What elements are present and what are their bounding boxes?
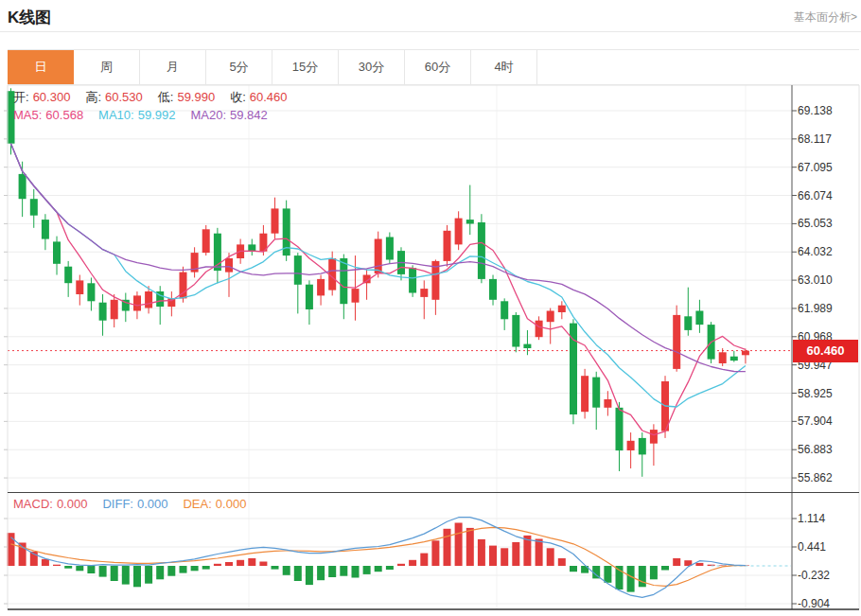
- candle-body: [272, 208, 279, 233]
- candle-body: [202, 229, 210, 253]
- period-tab-60分[interactable]: 60分: [405, 50, 471, 84]
- candle-body: [99, 303, 107, 321]
- candle-body: [627, 441, 635, 450]
- readout-value: 0.000: [137, 497, 168, 511]
- candle-body: [42, 220, 49, 239]
- price-axis-label: 57.904: [798, 414, 833, 428]
- price-axis-label: 66.074: [798, 189, 833, 202]
- candle-body: [478, 222, 485, 279]
- candle-body: [547, 311, 554, 323]
- dea-line: [11, 527, 746, 586]
- readout-label: 收:: [230, 90, 246, 104]
- candle-body: [317, 279, 325, 296]
- current-price-tag: 60.460: [793, 340, 858, 362]
- price-axis-label: 56.883: [798, 443, 833, 456]
- readout-value: 0.000: [216, 497, 247, 511]
- candle-body: [523, 344, 531, 348]
- candle-body: [684, 316, 692, 330]
- candle-body: [87, 283, 95, 301]
- candle-body: [328, 258, 336, 290]
- macd-bar: [294, 566, 302, 581]
- candle-body: [30, 199, 38, 216]
- macd-bar: [53, 565, 61, 566]
- macd-readout: MACD:0.000DIFF:0.000DEA:0.000: [13, 497, 261, 511]
- price-axis-label: 61.989: [798, 302, 833, 315]
- candle-body: [730, 357, 738, 361]
- candle-body: [375, 239, 382, 274]
- candle-body: [111, 300, 118, 320]
- price-axis-label: 65.053: [798, 217, 833, 230]
- macd-bar: [352, 566, 360, 578]
- macd-bar: [386, 566, 394, 570]
- macd-axis-label: -0.232: [798, 569, 830, 582]
- macd-bar: [111, 566, 118, 581]
- candle-body: [133, 295, 141, 310]
- period-tab-15分[interactable]: 15分: [272, 50, 339, 84]
- price-axis-label: 55.862: [798, 471, 833, 484]
- macd-bar: [444, 529, 451, 566]
- macd-bar: [180, 566, 187, 573]
- candle-body: [489, 279, 497, 300]
- macd-axis-label: 0.441: [798, 540, 826, 554]
- macd-bar: [64, 566, 72, 569]
- candle-body: [294, 255, 302, 285]
- macd-bar: [225, 562, 233, 566]
- period-tab-4时[interactable]: 4时: [471, 50, 537, 84]
- candle-body: [581, 376, 589, 412]
- period-tab-日[interactable]: 日: [8, 50, 74, 84]
- period-tab-30分[interactable]: 30分: [339, 50, 405, 84]
- candle-body: [616, 408, 624, 450]
- current-price-value: 60.460: [807, 343, 845, 358]
- candle-body: [145, 291, 152, 308]
- macd-bar: [328, 566, 336, 577]
- candle-body: [512, 315, 519, 347]
- candle-body: [352, 289, 360, 303]
- readout-label: 低:: [158, 90, 174, 104]
- readout-label: DEA:: [183, 497, 211, 511]
- candle-body: [501, 301, 508, 319]
- candle-body: [225, 258, 233, 273]
- fundamental-analysis-link[interactable]: 基本面分析>: [794, 9, 857, 26]
- macd-bar: [501, 548, 508, 566]
- ohlc-readout: 开:60.300高:60.530低:59.990收:60.460: [13, 89, 303, 106]
- macd-bar: [214, 564, 221, 566]
- readout-value: 0.000: [57, 497, 88, 511]
- macd-bar: [397, 564, 405, 566]
- macd-bar: [673, 558, 680, 566]
- price-axis-label: 68.117: [798, 132, 832, 146]
- candle-body: [466, 220, 474, 223]
- macd-bar: [431, 540, 439, 566]
- macd-bar: [547, 548, 554, 566]
- diff-line: [11, 518, 746, 598]
- price-axis-label: 63.010: [798, 273, 833, 287]
- period-tab-周[interactable]: 周: [74, 50, 140, 84]
- macd-bar: [133, 566, 141, 587]
- candle-body: [64, 267, 72, 284]
- macd-bar: [512, 542, 519, 566]
- readout-label: 高:: [85, 90, 101, 104]
- candle-body: [558, 306, 566, 312]
- macd-bar: [536, 539, 543, 567]
- price-axis-label: 58.925: [798, 387, 833, 400]
- candle-body: [719, 352, 727, 363]
- readout-value: 60.300: [33, 90, 71, 104]
- period-tab-5分[interactable]: 5分: [206, 50, 272, 84]
- price-axis-label: 67.095: [798, 161, 833, 174]
- macd-bar: [167, 566, 175, 576]
- page-title: K线图: [8, 7, 51, 28]
- macd-bar: [409, 560, 416, 566]
- macd-bar: [191, 566, 199, 571]
- candle-body: [420, 289, 428, 297]
- macd-bar: [661, 566, 669, 571]
- period-tab-月[interactable]: 月: [140, 50, 206, 84]
- candle-body: [695, 311, 703, 326]
- macd-bar: [695, 563, 703, 566]
- candle-body: [455, 219, 463, 245]
- candle-body: [409, 268, 416, 292]
- macd-bar: [489, 546, 497, 566]
- macd-bar: [639, 566, 646, 587]
- macd-bar: [455, 523, 463, 567]
- macd-bar: [99, 566, 107, 577]
- readout-label: MACD:: [13, 497, 53, 511]
- macd-bar: [76, 566, 83, 571]
